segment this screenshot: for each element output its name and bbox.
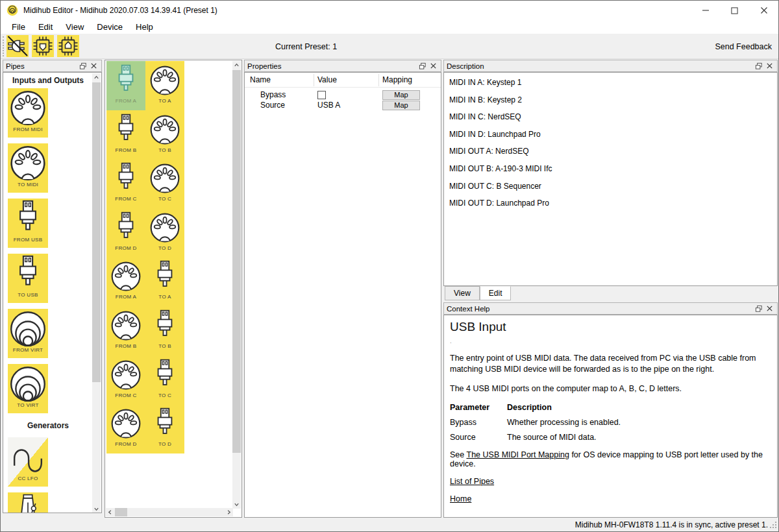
port-description-line: MIDI OUT D: Launchpad Pro	[449, 199, 772, 208]
list-of-pipes-link[interactable]: List of Pipes	[450, 477, 494, 486]
close-panel-icon[interactable]	[765, 304, 774, 313]
tab-view[interactable]: View	[445, 286, 480, 300]
pipe-tile-from-midi[interactable]: FROM MIDI	[8, 88, 48, 138]
pipe-tile-to-usb[interactable]: TO USB	[8, 254, 48, 303]
menu-help[interactable]: Help	[129, 21, 160, 33]
scroll-down-icon[interactable]	[232, 500, 241, 509]
scroll-up-icon[interactable]	[232, 61, 241, 69]
pipe-node-from-b[interactable]: FROM B	[106, 110, 145, 160]
close-panel-icon[interactable]	[428, 61, 438, 71]
pipe-node-to-d[interactable]: TO D	[145, 208, 184, 258]
port-description-line: MIDI IN C: NerdSEQ	[449, 112, 772, 121]
pipe-node-from-c[interactable]: FROM C	[106, 356, 145, 405]
source-value[interactable]: USB A	[317, 101, 340, 110]
pipe-tile-from-usb[interactable]: FROM USB	[8, 199, 48, 248]
properties-panel-header: Properties	[244, 60, 441, 72]
pipe-node-from-d[interactable]: FROM D	[106, 404, 145, 453]
property-name-bypass: Bypass	[260, 90, 286, 99]
pipe-node-label: FROM C	[115, 393, 136, 398]
send-feedback-link[interactable]: Send Feedback	[715, 42, 772, 51]
pipe-node-from-c[interactable]: FROM C	[106, 159, 145, 208]
float-panel-icon[interactable]	[78, 61, 88, 71]
pipe-node-from-d[interactable]: FROM D	[106, 208, 145, 258]
pipe-tile-to-midi[interactable]: TO MIDI	[8, 143, 48, 193]
din-icon	[110, 359, 142, 391]
usb-icon	[110, 114, 142, 146]
map-button-bypass[interactable]: Map	[382, 90, 420, 100]
scrollbar-thumb[interactable]	[232, 70, 241, 453]
canvas-horizontal-scrollbar[interactable]	[106, 508, 233, 516]
close-panel-icon[interactable]	[765, 61, 774, 71]
property-name-source: Source	[260, 101, 285, 110]
menu-file[interactable]: File	[5, 21, 32, 33]
tab-edit[interactable]: Edit	[480, 286, 512, 300]
din-icon	[110, 260, 142, 293]
maximize-button[interactable]	[720, 1, 749, 20]
help-topic-dot: .	[450, 337, 771, 345]
scrollbar-thumb[interactable]	[92, 82, 101, 382]
load-from-device-button[interactable]	[57, 35, 79, 57]
pipe-node-from-a-selected[interactable]: FROM A	[106, 61, 145, 110]
pipe-tile-label: FROM VIRT	[13, 347, 43, 353]
map-button-source[interactable]: Map	[382, 101, 420, 110]
context-help-panel-title: Context Help	[447, 305, 489, 313]
context-help-panel-header: Context Help	[443, 302, 778, 315]
menu-view[interactable]: View	[59, 21, 90, 33]
pipe-node-to-c[interactable]: TO C	[145, 159, 184, 208]
menu-device[interactable]: Device	[90, 21, 129, 33]
virt-icon	[9, 310, 47, 347]
midihub-editor-window: Midihub Editor - Midihub 2020.07.03 14.3…	[0, 0, 779, 532]
pipe-node-label: FROM B	[116, 147, 137, 153]
pipe-tile-to-virt[interactable]: TO VIRT	[8, 364, 48, 413]
window-title: Midihub Editor - Midihub 2020.07.03 14.3…	[23, 6, 217, 15]
pipe-node-to-a[interactable]: TO A	[145, 257, 184, 306]
store-to-device-button[interactable]	[32, 35, 54, 57]
port-description-line: MIDI IN D: Launchpad Pro	[449, 130, 772, 139]
column-header-value: Value	[317, 75, 337, 84]
pipeline-canvas[interactable]: FROM ATO A FROM BTO B FROM CTO C FROM DT…	[105, 60, 242, 518]
pipe-node-label: TO D	[158, 245, 171, 251]
pipe-node-label: FROM D	[115, 441, 136, 447]
scroll-right-icon[interactable]	[225, 508, 233, 516]
canvas-vertical-scrollbar[interactable]	[232, 61, 241, 509]
device-connection-button[interactable]	[6, 35, 29, 57]
minimize-button[interactable]	[691, 1, 720, 20]
current-preset-label: Current Preset: 1	[275, 42, 337, 51]
scrollbar-thumb[interactable]	[115, 508, 127, 516]
pipe-node-from-b[interactable]: FROM B	[106, 306, 145, 356]
toolbar-drag-handle[interactable]	[3, 36, 4, 56]
din-icon	[110, 309, 142, 342]
float-panel-icon[interactable]	[754, 304, 763, 313]
scroll-up-icon[interactable]	[92, 73, 101, 82]
float-panel-icon[interactable]	[754, 61, 763, 71]
pipes-scrollbar[interactable]	[92, 73, 101, 513]
din-icon	[149, 64, 180, 97]
bypass-checkbox[interactable]	[317, 91, 326, 99]
close-panel-icon[interactable]	[89, 61, 99, 71]
pipe-node-to-a[interactable]: TO A	[145, 61, 184, 110]
din-icon	[149, 212, 180, 244]
home-link[interactable]: Home	[450, 494, 471, 503]
float-panel-icon[interactable]	[417, 61, 427, 71]
toolbar: Current Preset: 1 Send Feedback	[1, 34, 778, 59]
pipe-tile-metronome[interactable]	[8, 492, 48, 513]
lfo-icon	[9, 439, 47, 476]
scroll-left-icon[interactable]	[106, 508, 114, 516]
pipe-node-to-d[interactable]: TO D	[145, 404, 184, 453]
pipe-tile-cc-lfo[interactable]: CC LFO	[8, 437, 48, 487]
usb-midi-port-mapping-link[interactable]: The USB MIDI Port Mapping	[467, 450, 569, 459]
pipe-node-to-b[interactable]: TO B	[145, 306, 184, 356]
scroll-down-icon[interactable]	[92, 505, 101, 513]
app-logo-icon	[6, 5, 18, 16]
pipe-node-to-b[interactable]: TO B	[145, 110, 184, 160]
din-icon	[9, 90, 47, 127]
close-button[interactable]	[749, 1, 778, 20]
help-paragraph: The entry point of USB MIDI data. The da…	[450, 353, 769, 375]
pipe-node-from-a[interactable]: FROM A	[106, 257, 145, 306]
pipe-tile-from-virt[interactable]: FROM VIRT	[8, 309, 48, 358]
menu-edit[interactable]: Edit	[32, 21, 59, 33]
resize-grip[interactable]	[769, 520, 777, 531]
usb-icon	[110, 212, 142, 244]
pipe-node-to-c[interactable]: TO C	[145, 356, 184, 405]
usb-icon	[110, 64, 142, 97]
